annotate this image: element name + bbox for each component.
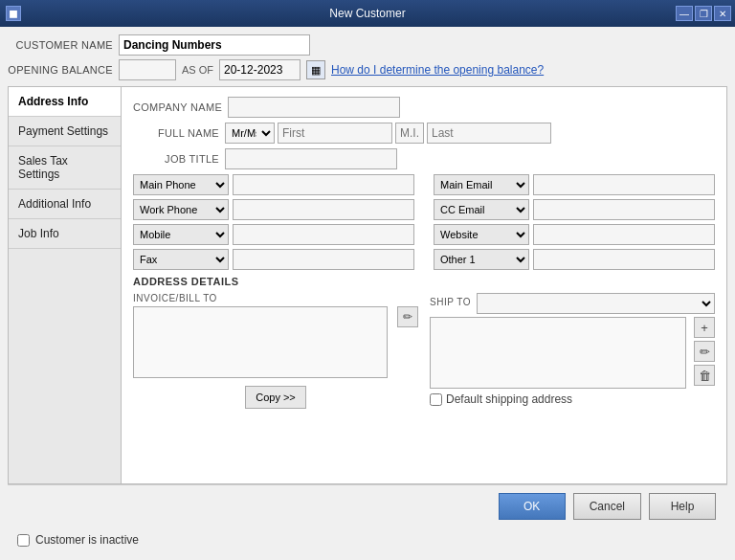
main-container: CUSTOMER NAME OPENING BALANCE AS OF ▦ Ho…	[0, 27, 735, 560]
mobile-input[interactable]	[233, 224, 414, 245]
window-title: New Customer	[329, 7, 405, 20]
edit-ship-button[interactable]: ✏	[694, 341, 715, 362]
as-of-label: AS OF	[182, 64, 213, 76]
ship-row: + ✏ 🗑	[430, 317, 715, 389]
main-email-field: Main Email	[434, 174, 715, 195]
main-phone-input[interactable]	[233, 174, 414, 195]
customer-inactive-label: Customer is inactive	[35, 533, 139, 547]
invoice-row: ✏	[133, 306, 418, 378]
invoice-bill-block: INVOICE/BILL TO ✏ Copy >>	[133, 293, 418, 409]
customer-name-label: CUSTOMER NAME	[8, 39, 113, 51]
job-title-row: JOB TITLE	[133, 148, 715, 169]
fax-field: Fax	[133, 249, 414, 270]
help-button[interactable]: Help	[649, 493, 716, 520]
invoice-edit-button[interactable]: ✏	[397, 306, 418, 327]
website-field: Website	[434, 224, 715, 245]
footer: Customer is inactive	[8, 527, 727, 552]
full-name-row: FULL NAME Mr/Ms./.	[133, 123, 715, 144]
main-email-input[interactable]	[533, 174, 715, 195]
company-name-row: COMPANY NAME	[133, 97, 715, 118]
restore-button[interactable]: ❐	[695, 6, 712, 21]
main-email-select[interactable]: Main Email	[434, 174, 529, 195]
ship-to-header: SHIP TO	[430, 293, 715, 314]
website-input[interactable]	[533, 224, 715, 245]
opening-balance-label: OPENING BALANCE	[8, 64, 113, 76]
sidebar-item-payment-settings[interactable]: Payment Settings	[9, 117, 121, 146]
app-icon: ◼	[6, 6, 21, 21]
customer-name-row: CUSTOMER NAME	[8, 34, 727, 56]
opening-balance-input[interactable]	[119, 59, 176, 80]
main-content: COMPANY NAME FULL NAME Mr/Ms./. JOB TITL…	[122, 87, 726, 483]
contact-grid: Main Phone Main Email Work Phone	[133, 174, 715, 270]
job-title-input[interactable]	[225, 148, 397, 169]
ship-to-textarea[interactable]	[430, 317, 686, 389]
bottom-bar: OK Cancel Help	[8, 484, 727, 527]
other1-field: Other 1	[434, 249, 715, 270]
default-shipping-label: Default shipping address	[446, 392, 572, 406]
company-name-input[interactable]	[228, 97, 400, 118]
opening-balance-row: OPENING BALANCE AS OF ▦ How do I determi…	[8, 59, 727, 80]
help-link[interactable]: How do I determine the opening balance?	[331, 63, 544, 77]
company-name-label: COMPANY NAME	[133, 101, 222, 113]
other1-select[interactable]: Other 1	[434, 249, 529, 270]
main-phone-select[interactable]: Main Phone	[133, 174, 229, 195]
mr-ms-select[interactable]: Mr/Ms./.	[225, 123, 275, 144]
customer-inactive-checkbox[interactable]	[17, 534, 30, 547]
sidebar-item-sales-tax-settings[interactable]: Sales Tax Settings	[9, 146, 121, 190]
copy-btn-wrapper: Copy >>	[133, 382, 418, 409]
default-shipping-row: Default shipping address	[430, 392, 715, 406]
sidebar: Address Info Payment Settings Sales Tax …	[9, 87, 122, 483]
main-phone-field: Main Phone	[133, 174, 414, 195]
first-name-input[interactable]	[278, 123, 392, 144]
cc-email-field: CC Email	[434, 199, 715, 220]
ship-actions: + ✏ 🗑	[694, 317, 715, 386]
work-phone-select[interactable]: Work Phone	[133, 199, 229, 220]
invoice-bill-textarea[interactable]	[133, 306, 388, 378]
mi-input[interactable]	[395, 123, 424, 144]
cc-email-select[interactable]: CC Email	[434, 199, 529, 220]
window-controls: — ❐ ✕	[676, 6, 731, 21]
work-phone-field: Work Phone	[133, 199, 414, 220]
name-fields: Mr/Ms./.	[225, 123, 551, 144]
titlebar: ◼ New Customer — ❐ ✕	[0, 0, 735, 27]
website-select[interactable]: Website	[434, 224, 529, 245]
ship-to-label: SHIP TO	[430, 297, 471, 307]
minimize-button[interactable]: —	[676, 6, 693, 21]
invoice-bill-label: INVOICE/BILL TO	[133, 293, 418, 303]
sidebar-item-address-info[interactable]: Address Info	[9, 87, 121, 117]
calendar-icon[interactable]: ▦	[306, 60, 325, 79]
ok-button[interactable]: OK	[499, 493, 566, 520]
mobile-field: Mobile	[133, 224, 414, 245]
other1-input[interactable]	[533, 249, 715, 270]
fax-input[interactable]	[233, 249, 414, 270]
work-phone-input[interactable]	[233, 199, 414, 220]
full-name-label: FULL NAME	[133, 127, 219, 139]
content-area: Address Info Payment Settings Sales Tax …	[8, 86, 727, 484]
address-details: INVOICE/BILL TO ✏ Copy >> SHIP TO	[133, 293, 715, 409]
close-button[interactable]: ✕	[714, 6, 731, 21]
ship-to-block: SHIP TO + ✏ 🗑	[430, 293, 715, 409]
top-form: CUSTOMER NAME OPENING BALANCE AS OF ▦ Ho…	[8, 34, 727, 80]
sidebar-item-job-info[interactable]: Job Info	[9, 219, 121, 249]
ship-to-select[interactable]	[477, 293, 715, 314]
delete-ship-button[interactable]: 🗑	[694, 365, 715, 386]
add-ship-button[interactable]: +	[694, 317, 715, 338]
customer-name-input[interactable]	[119, 34, 310, 56]
last-name-input[interactable]	[427, 123, 551, 144]
cancel-button[interactable]: Cancel	[573, 493, 641, 520]
address-section-title: ADDRESS DETAILS	[133, 276, 715, 287]
sidebar-item-additional-info[interactable]: Additional Info	[9, 190, 121, 219]
copy-button[interactable]: Copy >>	[245, 386, 306, 409]
cc-email-input[interactable]	[533, 199, 715, 220]
mobile-select[interactable]: Mobile	[133, 224, 229, 245]
as-of-date-input[interactable]	[219, 59, 301, 80]
default-shipping-checkbox[interactable]	[430, 393, 442, 406]
job-title-label: JOB TITLE	[133, 153, 219, 165]
fax-select[interactable]: Fax	[133, 249, 229, 270]
